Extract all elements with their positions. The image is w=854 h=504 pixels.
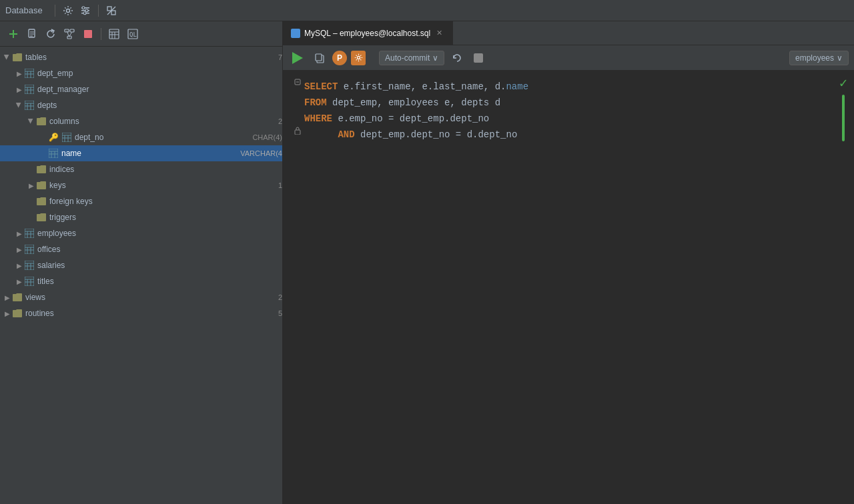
titles-label: titles bbox=[37, 277, 282, 286]
svg-rect-21 bbox=[84, 30, 92, 38]
autocommit-label: Auto-commit bbox=[385, 53, 430, 63]
toolbar-separator bbox=[101, 28, 101, 40]
employees-label: employees bbox=[37, 229, 282, 238]
indices-label: indices bbox=[49, 165, 282, 174]
tree-item-keys[interactable]: ▶ keys 1 bbox=[0, 177, 282, 193]
tree-item-employees[interactable]: ▶ employees bbox=[0, 225, 282, 241]
schema-button[interactable] bbox=[61, 26, 77, 42]
tab-close-button[interactable]: ✕ bbox=[434, 28, 444, 38]
svg-rect-49 bbox=[49, 149, 58, 158]
dept-no-label: dept_no bbox=[75, 133, 250, 142]
right-panel: MySQL – employees@localhost.sql ✕ P bbox=[283, 21, 854, 504]
tree-item-views[interactable]: ▶ views 2 bbox=[0, 289, 282, 305]
tree-item-dept-no[interactable]: 🔑 dept_no CHAR(4) bbox=[0, 129, 282, 145]
line-collapse-marker bbox=[291, 79, 304, 85]
db-selector[interactable]: employees ∨ bbox=[789, 51, 849, 65]
dept-manager-label: dept_manager bbox=[37, 85, 282, 94]
name-type: VARCHAR(4 bbox=[240, 149, 282, 157]
table-icon bbox=[24, 84, 35, 95]
svg-rect-75 bbox=[316, 54, 322, 61]
gear-settings-button[interactable] bbox=[351, 51, 366, 65]
offices-label: offices bbox=[37, 245, 282, 254]
views-chevron: ▶ bbox=[3, 293, 12, 302]
views-label: views bbox=[25, 293, 276, 302]
columns-label: columns bbox=[49, 117, 276, 126]
svg-rect-22 bbox=[109, 29, 119, 39]
autocommit-chevron: ∨ bbox=[432, 53, 438, 63]
folder-icon bbox=[12, 308, 23, 319]
separator-space bbox=[370, 49, 375, 67]
key-column-icon: 🔑 bbox=[48, 132, 59, 143]
tree-item-name[interactable]: name VARCHAR(4 bbox=[0, 145, 282, 161]
folder-icon bbox=[12, 52, 23, 63]
add-button[interactable] bbox=[5, 26, 21, 42]
tree-item-routines[interactable]: ▶ routines 5 bbox=[0, 305, 282, 321]
tree-item-dept-emp[interactable]: ▶ dept_emp bbox=[0, 65, 282, 81]
svg-point-0 bbox=[66, 9, 69, 12]
tree-item-salaries[interactable]: ▶ salaries bbox=[0, 257, 282, 273]
check-icon: ✓ bbox=[839, 76, 847, 92]
autocommit-button[interactable]: Auto-commit ∨ bbox=[379, 51, 444, 65]
foreign-keys-label: foreign keys bbox=[49, 197, 282, 206]
tree-view[interactable]: ▶ tables 7 ▶ bbox=[0, 47, 282, 504]
stop-button[interactable] bbox=[80, 26, 96, 42]
routines-chevron: ▶ bbox=[3, 309, 12, 318]
run-button[interactable] bbox=[288, 49, 307, 67]
svg-text:QL: QL bbox=[129, 31, 137, 38]
table-icon bbox=[24, 228, 35, 239]
employees-chevron: ▶ bbox=[15, 229, 24, 238]
column-icon bbox=[48, 148, 59, 159]
query-button[interactable]: QL bbox=[125, 26, 141, 42]
dept-emp-chevron: ▶ bbox=[15, 69, 24, 78]
tree-item-triggers[interactable]: triggers bbox=[0, 209, 282, 225]
stop-exec-button[interactable] bbox=[470, 49, 487, 67]
titles-chevron: ▶ bbox=[15, 277, 24, 286]
table-icon bbox=[24, 100, 35, 111]
tables-label: tables bbox=[25, 53, 276, 62]
tree-item-depts[interactable]: ▶ depts bbox=[0, 97, 282, 113]
tree-item-columns[interactable]: ▶ columns 2 bbox=[0, 113, 282, 129]
collapse-all-icon[interactable] bbox=[104, 3, 119, 18]
copy-button[interactable] bbox=[311, 49, 328, 67]
tables-root[interactable]: ▶ tables 7 bbox=[0, 49, 282, 65]
tables-count: 7 bbox=[278, 53, 282, 61]
validation-indicators: ✓ bbox=[839, 76, 847, 141]
tables-chevron: ▶ bbox=[3, 53, 12, 62]
code-editor[interactable]: SELECT e.first_name, e.last_name, d.name… bbox=[283, 71, 854, 504]
tree-item-offices[interactable]: ▶ offices bbox=[0, 241, 282, 257]
tree-item-titles[interactable]: ▶ titles bbox=[0, 273, 282, 289]
left-panel: QL ▶ tables 7 ▶ bbox=[0, 21, 283, 504]
svg-rect-59 bbox=[25, 245, 34, 254]
settings-icon[interactable] bbox=[61, 3, 75, 18]
svg-line-20 bbox=[69, 32, 72, 36]
table-icon bbox=[24, 68, 35, 79]
adjust-icon[interactable] bbox=[78, 3, 93, 18]
tree-item-dept-manager[interactable]: ▶ dept_manager bbox=[0, 81, 282, 97]
tree-item-indices[interactable]: indices bbox=[0, 161, 282, 177]
line-lock-marker bbox=[291, 127, 304, 135]
routines-label: routines bbox=[25, 309, 276, 318]
select-cols: e.first_name, e.last_name, d. bbox=[338, 79, 506, 95]
dept-no-type: CHAR(4) bbox=[252, 133, 282, 141]
mysql-tab[interactable]: MySQL – employees@localhost.sql ✕ bbox=[283, 21, 453, 45]
tree-item-foreign-keys[interactable]: foreign keys bbox=[0, 193, 282, 209]
salaries-label: salaries bbox=[37, 261, 282, 270]
name-highlight: name bbox=[506, 79, 528, 95]
menu-divider2 bbox=[98, 5, 99, 17]
dept-emp-label: dept_emp bbox=[37, 69, 282, 78]
where-kw: WHERE bbox=[304, 111, 332, 127]
table-view-button[interactable] bbox=[106, 26, 122, 42]
db-selector-label: employees bbox=[795, 53, 834, 63]
refresh-button[interactable] bbox=[43, 26, 59, 42]
menu-bar: Database bbox=[0, 0, 854, 21]
from-kw: FROM bbox=[304, 95, 327, 111]
keys-label: keys bbox=[49, 181, 276, 190]
tab-label: MySQL – employees@localhost.sql bbox=[304, 29, 430, 38]
new-file-button[interactable] bbox=[24, 26, 40, 42]
and-condition: dept_emp.dept_no = d.dept_no bbox=[355, 127, 518, 143]
params-button[interactable]: P bbox=[332, 51, 347, 65]
main-content: QL ▶ tables 7 ▶ bbox=[0, 21, 854, 504]
keys-chevron: ▶ bbox=[27, 181, 36, 190]
undo-button[interactable] bbox=[448, 49, 466, 67]
and-kw: AND bbox=[338, 127, 354, 143]
